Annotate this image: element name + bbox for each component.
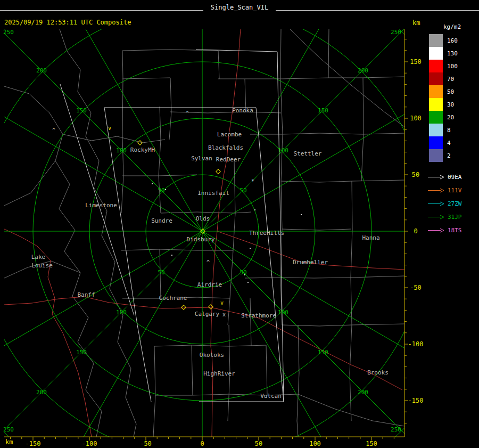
color-scale-value: 130 (447, 50, 458, 57)
title-bar: Single_Scan_VIL (0, 0, 479, 12)
color-scale-value: 160 (447, 37, 458, 44)
color-scale-value: 100 (447, 63, 458, 70)
bottom-axis-unit-label: km (5, 438, 13, 446)
color-scale-row: 2 (426, 149, 479, 162)
color-scale-swatch (429, 111, 443, 124)
radar-station-legend: 09EA111V27ZW31JP18TS (426, 170, 479, 237)
color-scale-value: 50 (447, 88, 454, 95)
right-axis-unit-label: km (412, 19, 420, 27)
station-arrow-icon (428, 175, 445, 180)
station-id-label: 31JP (448, 214, 462, 221)
color-scale-row: 100 (426, 60, 479, 72)
color-scale-row: 20 (426, 111, 479, 124)
color-scale-swatch (429, 124, 443, 136)
color-scale-row: 160 (426, 34, 479, 47)
station-row-18ts: 18TS (426, 224, 479, 237)
color-scale-value: 20 (447, 114, 454, 121)
color-scale-swatch (429, 47, 443, 60)
color-scale-swatch (429, 136, 443, 149)
station-id-label: 18TS (448, 227, 462, 234)
legend-unit-label: kg/m2 (443, 23, 479, 31)
radar-map-canvas[interactable] (4, 29, 404, 437)
scan-timestamp: 2025/09/19 12:53:11 UTC Composite (4, 19, 131, 26)
color-scale-value: 4 (447, 140, 451, 146)
station-arrow-icon (428, 215, 445, 219)
station-row-31jp: 31JP (426, 210, 479, 224)
color-scale-row: 30 (426, 98, 479, 111)
color-scale-value: 8 (447, 127, 451, 134)
color-scale-swatch (429, 149, 443, 162)
color-scale-value: 70 (447, 76, 454, 83)
color-scale-row: 4 (426, 136, 479, 149)
color-scale-value: 30 (447, 101, 454, 108)
color-scale-swatch (429, 34, 443, 47)
station-id-label: 27ZW (448, 200, 462, 207)
station-arrow-icon (428, 188, 445, 193)
station-row-09ea: 09EA (426, 170, 479, 184)
station-row-27zw: 27ZW (426, 197, 479, 210)
color-scale-swatch (429, 85, 443, 98)
title-rule-right (276, 10, 479, 11)
legend-panel: kg/m2 16013010070503020842 09EA111V27ZW3… (426, 23, 479, 237)
window-title: Single_Scan_VIL (203, 4, 276, 12)
station-row-111v: 111V (426, 184, 479, 197)
station-arrow-icon (428, 201, 445, 206)
vil-color-scale: 16013010070503020842 (426, 34, 479, 162)
station-id-label: 111V (448, 187, 462, 194)
station-id-label: 09EA (448, 174, 462, 181)
color-scale-row: 70 (426, 72, 479, 85)
station-arrow-icon (428, 228, 445, 233)
color-scale-swatch (429, 60, 443, 72)
title-rule-left (0, 10, 203, 11)
color-scale-row: 8 (426, 124, 479, 136)
color-scale-value: 2 (447, 152, 451, 159)
color-scale-row: 50 (426, 85, 479, 98)
color-scale-swatch (429, 72, 443, 85)
color-scale-row: 130 (426, 47, 479, 60)
color-scale-swatch (429, 98, 443, 111)
